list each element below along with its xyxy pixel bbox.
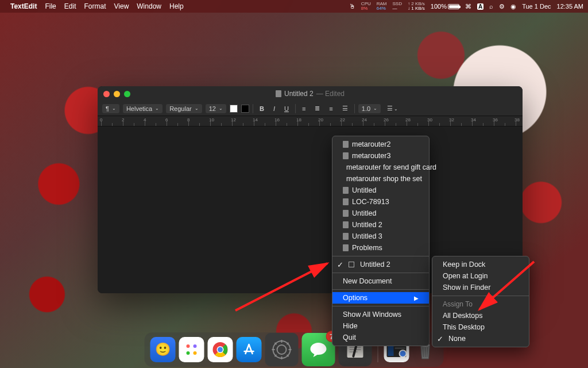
menu-file[interactable]: File [45,2,56,10]
window-zoom-button[interactable] [124,91,130,97]
document-icon [343,233,349,240]
dock-app-finder[interactable]: 🙂 [150,337,176,362]
text-color-swatch[interactable] [230,105,238,113]
battery-indicator[interactable]: 100% [431,3,459,10]
recent-file-item[interactable]: Untitled 2 [332,219,429,231]
bold-button[interactable]: B [257,104,267,113]
menu-hide[interactable]: Hide [332,320,429,332]
cpu-meter: CPU 8% [361,2,371,11]
mouse-icon: 🖱 [349,3,355,10]
font-style-select[interactable]: Regular⌄ [166,104,202,113]
recent-file-item[interactable]: metarouter2 [332,139,429,150]
submenu-open-at-login[interactable]: Open at Login [432,270,529,282]
document-icon [343,244,349,251]
submenu-show-in-finder[interactable]: Show in Finder [432,282,529,293]
ruler[interactable]: 02468101214161820222426283032343638 [98,116,523,126]
recent-file-item[interactable]: metarouter for send gift card [332,162,429,173]
dock-app-messages[interactable]: 7 [302,333,335,366]
network-meter: ↑ 2 KB/s ↓ 1 KB/s [408,2,425,11]
menubar-status: 🖱 CPU 8% RAM 64% SSD — ↑ 2 KB/s ↓ 1 KB/s… [349,2,583,11]
spotlight-icon[interactable]: ⌕ [489,3,493,10]
window-titlebar[interactable]: Untitled 2 — Edited [98,86,523,101]
menubar-date[interactable]: Tue 1 Dec [522,3,551,10]
line-spacing-select[interactable]: 1.0⌄ [358,104,381,113]
align-center-button[interactable]: ≣ [312,103,323,113]
list-button[interactable]: ☰⌄ [384,103,401,113]
dock-app-launchpad[interactable] [179,337,204,362]
svg-point-4 [187,351,190,355]
submenu-keep-in-dock[interactable]: Keep in Dock [432,259,529,270]
window-minimize-button[interactable] [114,91,120,97]
menu-new-document[interactable]: New Document [332,275,429,287]
svg-point-10 [218,347,223,352]
menubar-time[interactable]: 12:35 AM [557,3,583,10]
document-icon [343,141,349,148]
options-submenu: Keep in Dock Open at Login Show in Finde… [432,256,529,347]
recent-file-item[interactable]: Untitled [332,208,429,219]
menu-options[interactable]: Options▶ [332,292,429,304]
menubar: TextEdit File Edit Format View Window He… [0,0,588,13]
document-icon [343,187,349,194]
italic-button[interactable]: I [270,104,278,113]
bg-color-swatch[interactable] [241,105,249,113]
siri-icon[interactable]: ◉ [510,3,516,10]
menu-help[interactable]: Help [169,2,184,10]
document-icon [276,90,281,97]
submenu-none[interactable]: ✓None [432,333,529,344]
menu-view[interactable]: View [114,2,129,10]
submenu-all-desktops[interactable]: All Desktops [432,310,529,321]
recent-file-item[interactable]: Untitled 3 [332,231,429,242]
dock-app-appstore[interactable] [237,337,262,362]
submenu-this-desktop[interactable]: This Desktop [432,321,529,333]
recent-file-item[interactable]: metarouter shop the set [332,173,429,185]
svg-point-31 [400,351,406,356]
menu-window[interactable]: Window [137,2,161,10]
font-size-select[interactable]: 12⌄ [206,104,226,113]
underline-button[interactable]: U [281,104,292,113]
bluetooth-icon[interactable]: ⌘ [465,3,471,10]
svg-point-2 [187,344,190,348]
dock-app-settings[interactable] [265,333,299,366]
control-center-icon[interactable]: ⚙ [499,3,505,10]
document-icon [343,221,349,228]
svg-point-3 [194,344,197,348]
menu-edit[interactable]: Edit [64,2,76,10]
window-title-edited: — Edited [316,90,345,98]
dock-context-menu: metarouter2metarouter3metarouter for sen… [332,136,430,346]
menu-show-all-windows[interactable]: Show All Windows [332,309,429,320]
svg-point-5 [194,351,197,355]
submenu-assign-to-heading: Assign To [432,298,529,310]
recent-file-item[interactable]: metarouter3 [332,150,429,162]
document-icon [343,210,349,217]
menu-quit[interactable]: Quit [332,332,429,343]
recent-file-item[interactable]: Problems [332,242,429,254]
paragraph-style-select[interactable]: ¶⌄ [102,104,119,113]
ssd-meter: SSD — [393,2,402,11]
align-justify-button[interactable]: ☰ [339,103,351,113]
document-icon [343,152,349,159]
font-family-select[interactable]: Helvetica⌄ [123,104,163,113]
align-right-button[interactable]: ≡ [326,104,335,113]
svg-point-12 [277,345,287,354]
menu-format[interactable]: Format [84,2,106,10]
document-icon [343,198,349,205]
app-menu[interactable]: TextEdit [10,2,37,10]
ram-meter: RAM 64% [377,2,387,11]
recent-file-item[interactable]: Untitled [332,185,429,196]
recent-file-item[interactable]: LOC-78913 [332,196,429,208]
open-window-item[interactable]: ✓Untitled 2 [332,259,429,270]
input-source-icon[interactable]: A [477,3,483,10]
dock-app-chrome[interactable] [208,337,233,362]
format-toolbar: ¶⌄ Helvetica⌄ Regular⌄ 12⌄ B I U ≡ ≣ ≡ ☰… [98,101,523,116]
window-close-button[interactable] [103,91,110,97]
align-left-button[interactable]: ≡ [299,104,308,113]
svg-rect-29 [395,347,405,349]
window-title: Untitled 2 [284,90,314,98]
